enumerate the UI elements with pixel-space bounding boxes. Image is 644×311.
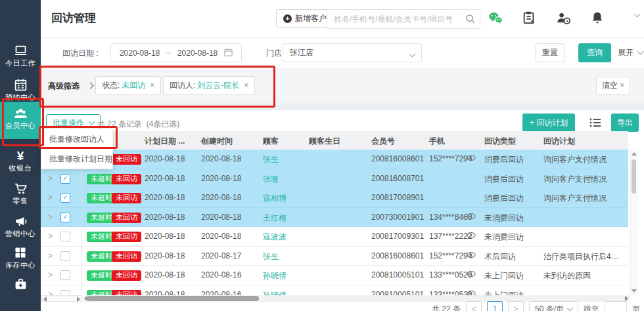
visit-date-label: 回访日期 :: [62, 48, 99, 59]
sidebar-item-laptop[interactable]: 今日工作: [0, 39, 41, 73]
column-header[interactable]: 创建时间: [201, 136, 233, 147]
column-header[interactable]: 顾客: [263, 136, 279, 147]
table-row[interactable]: >未超时未回访2020-08-182020-08-17张生20081600860…: [41, 247, 628, 266]
add-customer-button[interactable]: + 新增客户: [276, 9, 334, 28]
scroll-right-arrow-icon[interactable]: [625, 296, 628, 301]
row-checkbox[interactable]: ✓: [60, 213, 70, 222]
date-range-picker[interactable]: 2020-08-18 ~ 2020-08-18: [110, 43, 242, 62]
expand-filters-toggle[interactable]: 展开: [618, 47, 643, 58]
cell-customer[interactable]: 张珊: [263, 174, 279, 185]
column-header[interactable]: 顾客生日: [309, 136, 340, 147]
members-icon: [13, 106, 28, 121]
page-suffix-label: 页: [632, 301, 640, 311]
export-button[interactable]: 导出: [611, 114, 639, 132]
cell-plan-date: 2020-08-18: [145, 270, 185, 280]
eye-icon[interactable]: [467, 290, 476, 296]
query-button[interactable]: 查询: [578, 43, 611, 62]
table-row[interactable]: >未超时未回访2020-08-182020-08-16孙晓倩2008100051…: [41, 285, 628, 296]
row-expand-chevron-icon[interactable]: >: [48, 232, 53, 241]
table-row[interactable]: >未超时未回访2020-08-182020-08-16孙晓倩2008100051…: [41, 266, 628, 285]
eye-icon[interactable]: [467, 213, 476, 220]
sidebar-item-medkit[interactable]: [0, 273, 41, 307]
search-input[interactable]: [333, 10, 460, 28]
fixed-column-scrollbar[interactable]: [41, 295, 82, 302]
row-checkbox[interactable]: [60, 290, 70, 296]
row-expand-chevron-icon[interactable]: >: [48, 251, 53, 260]
list-view-icon[interactable]: [589, 117, 601, 128]
collapse-chevron-icon[interactable]: [635, 10, 639, 20]
vertical-scrollbar[interactable]: [630, 150, 637, 295]
table-row[interactable]: >✓未超时未回访2020-08-182020-08-18王红梅200730001…: [41, 208, 628, 228]
advanced-filter-label[interactable]: 高级筛选: [48, 81, 80, 92]
cell-visit-plan: 询问客户支付情况: [543, 174, 607, 185]
sidebar-item-cart[interactable]: 零售: [0, 177, 41, 211]
wechat-icon[interactable]: [488, 10, 503, 26]
status-badge-visit: 未回访: [112, 232, 141, 242]
sidebar-item-inventory-grid[interactable]: 库存中心: [0, 241, 41, 276]
eye-icon[interactable]: [467, 232, 476, 239]
clear-filters-button[interactable]: 清空 ×: [596, 77, 630, 94]
sidebar-item-label: 今日工作: [0, 59, 41, 68]
column-header[interactable]: 计划日期 ...: [145, 136, 185, 147]
clipboard-icon[interactable]: [522, 10, 538, 26]
cell-customer[interactable]: 张生: [263, 154, 279, 165]
column-header[interactable]: 回访类型: [484, 136, 516, 147]
prev-page-button[interactable]: <: [466, 301, 482, 311]
menu-item-edit-visitor[interactable]: 批量修改回访人: [41, 129, 112, 149]
scroll-right-arrow-icon[interactable]: [77, 297, 80, 302]
row-expand-chevron-icon[interactable]: >: [48, 270, 53, 280]
table-row[interactable]: >未超时未回访2020-08-182020-08-18寇波波2008170093…: [41, 227, 628, 247]
table-header: 计划日期 ...创建时间顾客顾客生日会员号手机回访类型回访计划: [41, 131, 628, 150]
cell-member-no: 200730001901: [371, 213, 424, 222]
sidebar-item-members[interactable]: 会员中心: [0, 102, 41, 139]
store-select[interactable]: 张江店: [283, 43, 422, 62]
vertical-scroll-thumb[interactable]: [632, 159, 636, 194]
cell-customer[interactable]: 张生: [263, 251, 279, 262]
page-size-select[interactable]: 50 条/页: [529, 301, 578, 311]
sidebar-item-megaphone[interactable]: 营销中心: [0, 210, 41, 244]
row-checkbox[interactable]: [60, 270, 70, 280]
column-header[interactable]: 回访计划: [543, 136, 575, 147]
scroll-down-arrow-icon[interactable]: [632, 289, 637, 293]
filter-tag[interactable]: 状态:未回访×: [95, 76, 161, 95]
row-expand-chevron-icon[interactable]: >: [48, 174, 53, 183]
menu-item-edit-plan-date[interactable]: 批量修改计划日期: [41, 149, 112, 169]
reset-button[interactable]: 重置: [536, 43, 564, 62]
sidebar-item-cashier-yen[interactable]: ¥收银台: [0, 144, 41, 178]
table-row[interactable]: >✓未超时未回访2020-08-182020-08-18寇相博200817008…: [41, 188, 628, 208]
notification-bell-icon[interactable]: [590, 10, 606, 26]
row-checkbox[interactable]: ✓: [60, 174, 70, 184]
remove-tag-icon[interactable]: ×: [150, 81, 154, 90]
row-checkbox[interactable]: [60, 251, 70, 261]
row-checkbox[interactable]: ✓: [60, 193, 70, 203]
table-row[interactable]: >✓未超时未回访2020-08-182020-08-18张珊2008160087…: [41, 169, 628, 189]
cell-customer[interactable]: 王红梅: [263, 213, 287, 224]
scroll-left-arrow-icon[interactable]: [43, 297, 47, 302]
column-header[interactable]: 会员号: [371, 136, 395, 147]
row-expand-chevron-icon[interactable]: >: [48, 213, 53, 222]
column-header[interactable]: 手机: [429, 136, 445, 147]
row-checkbox[interactable]: [60, 232, 70, 241]
cell-customer[interactable]: 孙晓倩: [263, 290, 287, 296]
row-expand-chevron-icon[interactable]: >: [48, 290, 53, 296]
horizontal-scroll-thumb[interactable]: [87, 296, 259, 301]
eye-icon[interactable]: [467, 251, 476, 259]
cell-customer[interactable]: 孙晓倩: [263, 270, 287, 281]
customer-log-icon[interactable]: [556, 10, 572, 26]
eye-icon[interactable]: [467, 154, 476, 161]
remove-tag-icon[interactable]: ×: [244, 81, 248, 90]
cell-create-date: 2020-08-18: [201, 232, 241, 241]
eye-icon[interactable]: [467, 270, 476, 278]
row-expand-chevron-icon[interactable]: >: [48, 193, 53, 202]
visit-plan-button[interactable]: + 回访计划: [522, 114, 575, 132]
next-page-button[interactable]: >: [508, 301, 524, 311]
table-row[interactable]: >✓未超时未回访2020-08-182020-08-18张生2008160086…: [41, 150, 628, 169]
current-page-button[interactable]: 1: [487, 301, 503, 311]
cell-customer[interactable]: 寇相博: [263, 193, 287, 204]
table-body: >✓未超时未回访2020-08-182020-08-18张生2008160086…: [41, 150, 628, 295]
search-icon[interactable]: [465, 14, 475, 24]
jump-page-input[interactable]: [605, 301, 627, 311]
cell-customer[interactable]: 寇波波: [263, 232, 287, 243]
filter-tag[interactable]: 回访人:刘云云-院长×: [163, 76, 255, 95]
scroll-up-arrow-icon[interactable]: [632, 152, 637, 156]
